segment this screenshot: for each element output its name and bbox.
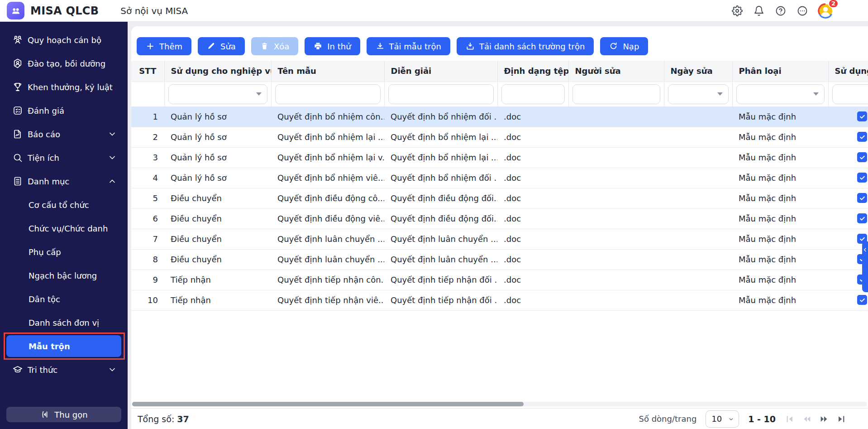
used-checkbox[interactable] bbox=[857, 152, 867, 162]
horizontal-scrollbar-thumb[interactable] bbox=[132, 402, 524, 406]
collapse-sidebar-button[interactable]: Thu gọn bbox=[6, 407, 121, 422]
cell-used bbox=[828, 127, 868, 147]
sidebar-item-tri-thuc[interactable]: Tri thức bbox=[0, 358, 128, 381]
more-icon[interactable] bbox=[797, 5, 808, 16]
col-header-category[interactable]: Phân loại bbox=[732, 61, 828, 82]
cell-used bbox=[828, 147, 868, 168]
sidebar-item-quy-hoach[interactable]: Quy hoạch cán bộ bbox=[0, 28, 128, 52]
used-checkbox[interactable] bbox=[857, 111, 867, 121]
filter-business-select[interactable] bbox=[168, 84, 267, 104]
sidebar-item-label: Báo cáo bbox=[28, 130, 60, 139]
table-row[interactable]: 1 Quản lý hồ sơ Quyết định bổ nhiệm côn.… bbox=[131, 106, 868, 127]
filter-used-input[interactable] bbox=[838, 89, 868, 99]
cell-business: Điều chuyển bbox=[164, 188, 271, 208]
filter-category-input[interactable] bbox=[742, 89, 813, 99]
filter-template-name[interactable] bbox=[275, 84, 381, 104]
col-header-used[interactable]: Sử dụng bbox=[828, 61, 868, 82]
filter-description-input[interactable] bbox=[394, 89, 488, 99]
settings-icon[interactable] bbox=[732, 5, 743, 16]
used-checkbox[interactable] bbox=[857, 193, 867, 203]
used-checkbox[interactable] bbox=[857, 295, 867, 305]
cell-template-name: Quyết định tiếp nhận côn... bbox=[271, 270, 384, 290]
col-header-business[interactable]: Sử dụng cho nghiệp vụ bbox=[164, 61, 271, 82]
filter-file-format[interactable] bbox=[501, 84, 565, 104]
sidebar-subitem[interactable]: Phụ cấp bbox=[0, 240, 128, 264]
last-page-button[interactable] bbox=[836, 414, 846, 424]
help-icon[interactable] bbox=[775, 5, 786, 16]
cell-stt: 1 bbox=[131, 106, 164, 127]
print-test-button[interactable]: In thử bbox=[305, 37, 360, 55]
cell-category: Mẫu mặc định bbox=[732, 168, 828, 188]
filter-description[interactable] bbox=[388, 84, 494, 104]
cell-description: Quyết định tiếp nhận đối ... bbox=[384, 290, 497, 310]
filter-template-name-input[interactable] bbox=[281, 89, 375, 99]
table-row[interactable]: 2 Quản lý hồ sơ Quyết định bổ nhiệm lại … bbox=[131, 127, 868, 147]
sidebar-subitem[interactable]: Chức vụ/Chức danh bbox=[0, 217, 128, 240]
col-header-editor[interactable]: Người sửa bbox=[568, 61, 664, 82]
avatar[interactable]: 2 bbox=[818, 3, 833, 19]
filter-editor[interactable] bbox=[572, 84, 660, 104]
used-checkbox[interactable] bbox=[857, 132, 867, 142]
reload-button[interactable]: Nạp bbox=[600, 37, 648, 55]
sidebar-item-bao-cao[interactable]: Báo cáo bbox=[0, 122, 128, 146]
sidebar-subitem[interactable]: Danh sách đơn vị bbox=[0, 311, 128, 334]
edit-button[interactable]: Sửa bbox=[198, 37, 245, 55]
table-row[interactable]: 7 Điều chuyển Quyết định luân chuyển ...… bbox=[131, 229, 868, 249]
cell-category: Mẫu mặc định bbox=[732, 188, 828, 208]
cell-category: Mẫu mặc định bbox=[732, 249, 828, 270]
used-checkbox[interactable] bbox=[857, 173, 867, 183]
table-row[interactable]: 10 Tiếp nhận Quyết định tiếp nhận viê...… bbox=[131, 290, 868, 310]
table-row[interactable]: 3 Quản lý hồ sơ Quyết định bổ nhiệm lại … bbox=[131, 147, 868, 168]
first-page-button[interactable] bbox=[785, 414, 795, 424]
cell-editor bbox=[568, 127, 664, 147]
col-header-edit-date[interactable]: Ngày sửa bbox=[664, 61, 732, 82]
table-row[interactable]: 8 Điều chuyển Quyết định luân chuyển ...… bbox=[131, 249, 868, 270]
cell-file-format: .doc bbox=[497, 229, 568, 249]
sidebar-item-dao-tao[interactable]: Đào tạo, bồi dưỡng bbox=[0, 52, 128, 75]
cell-category: Mẫu mặc định bbox=[732, 127, 828, 147]
filter-used[interactable] bbox=[832, 84, 868, 104]
cell-file-format: .doc bbox=[497, 208, 568, 229]
download-merge-fields-button[interactable]: Tải danh sách trường trộn bbox=[457, 37, 594, 55]
page-size-select[interactable]: 10 bbox=[706, 410, 739, 428]
filter-category-select[interactable] bbox=[736, 84, 825, 104]
col-header-file-format[interactable]: Định dạng tệp bbox=[497, 61, 568, 82]
refresh-icon bbox=[609, 42, 618, 51]
table-row[interactable]: 9 Tiếp nhận Quyết định tiếp nhận côn... … bbox=[131, 270, 868, 290]
filter-business-input[interactable] bbox=[174, 89, 256, 99]
sidebar-subitem[interactable]: Ngạch bậc lương bbox=[0, 264, 128, 287]
cell-description: Quyết định bổ nhiệm đối ... bbox=[384, 106, 497, 127]
col-header-template-name[interactable]: Tên mẫu bbox=[271, 61, 384, 82]
cell-edit-date bbox=[664, 290, 732, 310]
table-row[interactable]: 4 Quản lý hồ sơ Quyết định bổ nhiệm viê.… bbox=[131, 168, 868, 188]
filter-editor-input[interactable] bbox=[578, 89, 654, 99]
col-header-description[interactable]: Diễn giải bbox=[384, 61, 497, 82]
delete-button[interactable]: Xóa bbox=[251, 37, 298, 55]
table-row[interactable]: 6 Điều chuyển Quyết định điều động viê..… bbox=[131, 208, 868, 229]
horizontal-scrollbar[interactable] bbox=[132, 402, 867, 406]
cell-editor bbox=[568, 229, 664, 249]
used-checkbox[interactable] bbox=[857, 213, 867, 223]
sidebar-item-khen-thuong[interactable]: Khen thưởng, kỷ luật bbox=[0, 75, 128, 99]
checklist-icon bbox=[12, 105, 23, 116]
sidebar-subitem[interactable]: Cơ cấu tổ chức bbox=[0, 193, 128, 217]
cell-file-format: .doc bbox=[497, 290, 568, 310]
previous-page-button[interactable] bbox=[802, 414, 812, 424]
add-button[interactable]: Thêm bbox=[137, 37, 191, 55]
download-template-button[interactable]: Tải mẫu trộn bbox=[367, 37, 450, 55]
sidebar-item-danh-gia[interactable]: Đánh giá bbox=[0, 99, 128, 122]
sidebar-item-tien-ich[interactable]: Tiện ích bbox=[0, 146, 128, 169]
next-page-button[interactable] bbox=[819, 414, 829, 424]
notifications-icon[interactable] bbox=[754, 5, 764, 16]
sidebar-subitem[interactable]: Dân tộc bbox=[0, 287, 128, 311]
sidebar-subitem[interactable]: Mẫu trộn bbox=[6, 335, 121, 357]
col-header-stt[interactable]: STT bbox=[131, 61, 164, 82]
filter-edit-date-input[interactable] bbox=[674, 89, 717, 99]
sidebar-subitem-label: Chức vụ/Chức danh bbox=[29, 224, 108, 233]
filter-file-format-input[interactable] bbox=[507, 89, 559, 99]
vertical-scroll-handle[interactable] bbox=[862, 241, 868, 292]
sidebar-item-danh-muc[interactable]: Danh mục bbox=[0, 169, 128, 193]
sidebar-item-label: Đào tạo, bồi dưỡng bbox=[28, 59, 105, 68]
table-row[interactable]: 5 Điều chuyển Quyết định điều động cô...… bbox=[131, 188, 868, 208]
filter-edit-date-select[interactable] bbox=[668, 84, 729, 104]
